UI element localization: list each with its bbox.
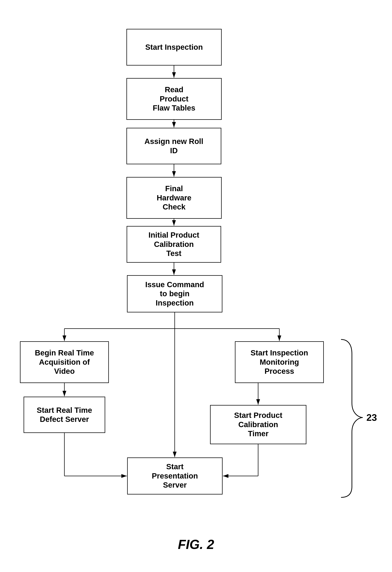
start-inspection: Start Inspection — [126, 29, 222, 65]
start-presentation: Start Presentation Server — [127, 458, 223, 494]
start-product-calibration-timer: Start Product Calibration Timer — [210, 405, 306, 444]
start-inspection-monitoring: Start Inspection Monitoring Process — [235, 341, 324, 383]
figure-label: FIG. 2 — [178, 537, 214, 552]
start-realtime-defect: Start Real Time Defect Server — [24, 397, 105, 433]
assign-roll: Assign new Roll ID — [126, 128, 221, 164]
read-product: Read Product Flaw Tables — [126, 78, 222, 120]
brace-label: 23 — [366, 412, 377, 423]
initial-product: Initial Product Calibration Test — [127, 226, 221, 263]
issue-command: Issue Command to begin Inspection — [127, 275, 222, 312]
final-hardware: Final Hardware Check — [126, 177, 222, 219]
begin-realtime: Begin Real Time Acquisition of Video — [20, 341, 109, 383]
diagram-container: FIG. 2 23 Start InspectionRead Product F… — [0, 0, 392, 563]
